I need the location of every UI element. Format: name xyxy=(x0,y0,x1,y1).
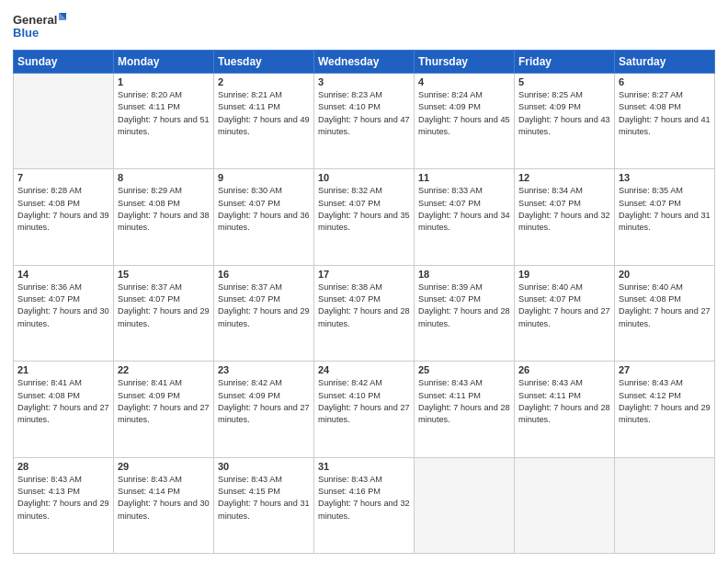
calendar-cell xyxy=(14,74,114,169)
day-number: 20 xyxy=(619,269,711,280)
cell-info: Sunrise: 8:43 AMSunset: 4:16 PMDaylight:… xyxy=(318,474,410,523)
calendar-cell: 24Sunrise: 8:42 AMSunset: 4:10 PMDayligh… xyxy=(314,362,415,457)
calendar-cell: 21Sunrise: 8:41 AMSunset: 4:08 PMDayligh… xyxy=(14,362,114,457)
cell-info: Sunrise: 8:38 AMSunset: 4:07 PMDaylight:… xyxy=(318,282,410,330)
header: General Blue xyxy=(13,9,715,44)
calendar-cell: 31Sunrise: 8:43 AMSunset: 4:16 PMDayligh… xyxy=(314,457,415,553)
day-header-monday: Monday xyxy=(114,51,214,74)
cell-info: Sunrise: 8:39 AMSunset: 4:07 PMDaylight:… xyxy=(418,282,510,330)
week-row-2: 7Sunrise: 8:28 AMSunset: 4:08 PMDaylight… xyxy=(14,169,715,265)
cell-info: Sunrise: 8:43 AMSunset: 4:13 PMDaylight:… xyxy=(17,474,109,523)
calendar-cell: 29Sunrise: 8:43 AMSunset: 4:14 PMDayligh… xyxy=(114,457,214,553)
cell-info: Sunrise: 8:40 AMSunset: 4:07 PMDaylight:… xyxy=(518,282,610,330)
cell-info: Sunrise: 8:29 AMSunset: 4:08 PMDaylight:… xyxy=(118,185,210,234)
calendar-cell xyxy=(415,457,515,553)
cell-info: Sunrise: 8:20 AMSunset: 4:11 PMDaylight:… xyxy=(118,89,210,138)
day-header-saturday: Saturday xyxy=(615,51,715,74)
calendar-cell: 30Sunrise: 8:43 AMSunset: 4:15 PMDayligh… xyxy=(214,457,314,553)
cell-info: Sunrise: 8:37 AMSunset: 4:07 PMDaylight:… xyxy=(218,282,310,330)
day-number: 25 xyxy=(418,364,510,375)
day-number: 9 xyxy=(218,172,310,183)
day-header-thursday: Thursday xyxy=(415,51,515,74)
calendar-cell: 20Sunrise: 8:40 AMSunset: 4:08 PMDayligh… xyxy=(615,265,715,361)
cell-info: Sunrise: 8:27 AMSunset: 4:08 PMDaylight:… xyxy=(619,89,711,138)
cell-info: Sunrise: 8:30 AMSunset: 4:07 PMDaylight:… xyxy=(218,185,310,234)
week-row-4: 21Sunrise: 8:41 AMSunset: 4:08 PMDayligh… xyxy=(14,362,715,457)
calendar-cell: 17Sunrise: 8:38 AMSunset: 4:07 PMDayligh… xyxy=(314,265,415,361)
day-number: 19 xyxy=(518,269,610,280)
day-header-wednesday: Wednesday xyxy=(314,51,415,74)
calendar-cell: 13Sunrise: 8:35 AMSunset: 4:07 PMDayligh… xyxy=(615,169,715,265)
cell-info: Sunrise: 8:41 AMSunset: 4:09 PMDaylight:… xyxy=(118,377,210,426)
calendar-cell: 15Sunrise: 8:37 AMSunset: 4:07 PMDayligh… xyxy=(114,265,214,361)
calendar-cell: 5Sunrise: 8:25 AMSunset: 4:09 PMDaylight… xyxy=(515,74,615,169)
cell-info: Sunrise: 8:42 AMSunset: 4:10 PMDaylight:… xyxy=(318,377,410,426)
cell-info: Sunrise: 8:43 AMSunset: 4:15 PMDaylight:… xyxy=(218,474,310,523)
day-number: 28 xyxy=(17,461,109,472)
calendar-cell: 7Sunrise: 8:28 AMSunset: 4:08 PMDaylight… xyxy=(14,169,114,265)
cell-info: Sunrise: 8:37 AMSunset: 4:07 PMDaylight:… xyxy=(118,282,210,330)
calendar-cell: 26Sunrise: 8:43 AMSunset: 4:11 PMDayligh… xyxy=(515,362,615,457)
cell-info: Sunrise: 8:33 AMSunset: 4:07 PMDaylight:… xyxy=(418,185,510,234)
day-number: 30 xyxy=(218,461,310,472)
cell-info: Sunrise: 8:23 AMSunset: 4:10 PMDaylight:… xyxy=(318,89,410,138)
day-number: 14 xyxy=(17,269,109,280)
cell-info: Sunrise: 8:43 AMSunset: 4:11 PMDaylight:… xyxy=(518,377,610,426)
day-header-sunday: Sunday xyxy=(14,51,114,74)
calendar-cell: 28Sunrise: 8:43 AMSunset: 4:13 PMDayligh… xyxy=(14,457,114,553)
logo-svg: General Blue xyxy=(13,9,68,44)
cell-info: Sunrise: 8:41 AMSunset: 4:08 PMDaylight:… xyxy=(17,377,109,426)
day-number: 17 xyxy=(318,269,410,280)
calendar-cell: 12Sunrise: 8:34 AMSunset: 4:07 PMDayligh… xyxy=(515,169,615,265)
calendar-cell: 19Sunrise: 8:40 AMSunset: 4:07 PMDayligh… xyxy=(515,265,615,361)
calendar-cell: 22Sunrise: 8:41 AMSunset: 4:09 PMDayligh… xyxy=(114,362,214,457)
day-number: 18 xyxy=(418,269,510,280)
calendar-cell xyxy=(515,457,615,553)
calendar-cell: 3Sunrise: 8:23 AMSunset: 4:10 PMDaylight… xyxy=(314,74,415,169)
cell-info: Sunrise: 8:24 AMSunset: 4:09 PMDaylight:… xyxy=(418,89,510,138)
week-row-1: 1Sunrise: 8:20 AMSunset: 4:11 PMDaylight… xyxy=(14,74,715,169)
day-number: 29 xyxy=(118,461,210,472)
svg-text:General: General xyxy=(13,13,57,27)
calendar-cell: 11Sunrise: 8:33 AMSunset: 4:07 PMDayligh… xyxy=(415,169,515,265)
day-number: 13 xyxy=(619,172,711,183)
calendar-cell: 1Sunrise: 8:20 AMSunset: 4:11 PMDaylight… xyxy=(114,74,214,169)
day-number: 31 xyxy=(318,461,410,472)
calendar-cell: 14Sunrise: 8:36 AMSunset: 4:07 PMDayligh… xyxy=(14,265,114,361)
day-number: 12 xyxy=(518,172,610,183)
week-row-3: 14Sunrise: 8:36 AMSunset: 4:07 PMDayligh… xyxy=(14,265,715,361)
cell-info: Sunrise: 8:28 AMSunset: 4:08 PMDaylight:… xyxy=(17,185,109,234)
cell-info: Sunrise: 8:36 AMSunset: 4:07 PMDaylight:… xyxy=(17,282,109,330)
day-number: 23 xyxy=(218,364,310,375)
day-number: 3 xyxy=(318,76,410,87)
day-number: 8 xyxy=(118,172,210,183)
calendar-cell: 6Sunrise: 8:27 AMSunset: 4:08 PMDaylight… xyxy=(615,74,715,169)
cell-info: Sunrise: 8:43 AMSunset: 4:11 PMDaylight:… xyxy=(418,377,510,426)
page: General Blue SundayMondayTuesdayWednesda… xyxy=(0,0,728,563)
calendar-cell: 27Sunrise: 8:43 AMSunset: 4:12 PMDayligh… xyxy=(615,362,715,457)
calendar-cell: 18Sunrise: 8:39 AMSunset: 4:07 PMDayligh… xyxy=(415,265,515,361)
day-number: 27 xyxy=(619,364,711,375)
logo: General Blue xyxy=(13,9,68,44)
calendar-cell: 25Sunrise: 8:43 AMSunset: 4:11 PMDayligh… xyxy=(415,362,515,457)
day-header-tuesday: Tuesday xyxy=(214,51,314,74)
cell-info: Sunrise: 8:43 AMSunset: 4:14 PMDaylight:… xyxy=(118,474,210,523)
day-number: 24 xyxy=(318,364,410,375)
svg-text:Blue: Blue xyxy=(13,26,39,40)
day-number: 11 xyxy=(418,172,510,183)
day-number: 22 xyxy=(118,364,210,375)
calendar-cell xyxy=(615,457,715,553)
cell-info: Sunrise: 8:21 AMSunset: 4:11 PMDaylight:… xyxy=(218,89,310,138)
calendar-cell: 2Sunrise: 8:21 AMSunset: 4:11 PMDaylight… xyxy=(214,74,314,169)
day-number: 5 xyxy=(518,76,610,87)
day-number: 10 xyxy=(318,172,410,183)
cell-info: Sunrise: 8:34 AMSunset: 4:07 PMDaylight:… xyxy=(518,185,610,234)
day-number: 7 xyxy=(17,172,109,183)
cell-info: Sunrise: 8:25 AMSunset: 4:09 PMDaylight:… xyxy=(518,89,610,138)
week-row-5: 28Sunrise: 8:43 AMSunset: 4:13 PMDayligh… xyxy=(14,457,715,553)
calendar-cell: 8Sunrise: 8:29 AMSunset: 4:08 PMDaylight… xyxy=(114,169,214,265)
calendar-header-row: SundayMondayTuesdayWednesdayThursdayFrid… xyxy=(14,51,715,74)
day-number: 4 xyxy=(418,76,510,87)
day-number: 1 xyxy=(118,76,210,87)
cell-info: Sunrise: 8:42 AMSunset: 4:09 PMDaylight:… xyxy=(218,377,310,426)
